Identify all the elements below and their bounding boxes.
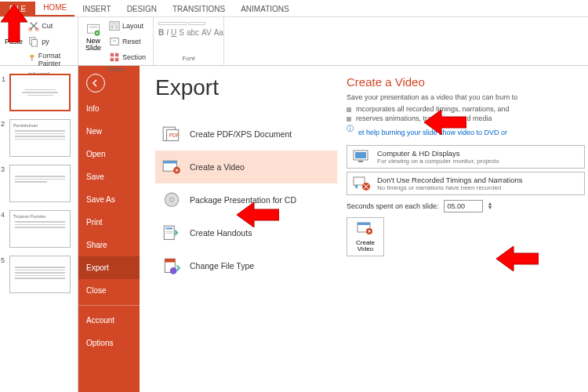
svg-rect-5 [32, 39, 38, 46]
video-icon [162, 158, 182, 176]
export-video[interactable]: Create a Video [155, 151, 337, 183]
bullet-icon [347, 117, 351, 122]
svg-rect-33 [165, 259, 175, 262]
svg-rect-38 [354, 177, 365, 185]
stepper-icon[interactable]: ▲▼ [488, 202, 493, 210]
svg-rect-12 [111, 24, 118, 25]
handouts-icon [162, 224, 182, 241]
file-print[interactable]: Print [78, 211, 140, 234]
slide-thumbnail-4[interactable]: 4Tinjauan Pustaka [9, 210, 71, 248]
file-account[interactable]: Account [78, 309, 140, 332]
ribbon: Paste Cut py Format Painter ipboard New … [0, 17, 588, 66]
help-icon: ⓘ [347, 124, 354, 134]
create-video-button[interactable]: Create Video [347, 217, 384, 256]
svg-rect-19 [115, 58, 118, 61]
case-button[interactable]: Aa [214, 28, 223, 37]
reset-icon [109, 36, 120, 47]
svg-rect-41 [358, 223, 370, 225]
svg-rect-18 [111, 58, 114, 61]
export-panel: Export PDFCreate PDF/XPS Document Create… [140, 66, 588, 392]
svg-rect-30 [165, 231, 172, 232]
file-save[interactable]: Save [78, 165, 140, 188]
svg-point-27 [170, 198, 173, 201]
new-slide-button[interactable]: New Slide [83, 19, 103, 52]
timings-option[interactable]: Don't Use Recorded Timings and Narration… [347, 172, 585, 195]
svg-rect-9 [89, 27, 97, 28]
export-title: Export [155, 75, 337, 100]
strike-button[interactable]: abc [187, 28, 199, 37]
file-close[interactable]: Close [78, 279, 140, 302]
section-icon [109, 52, 120, 63]
export-pdf[interactable]: PDFCreate PDF/XPS Document [155, 118, 337, 151]
cut-icon [28, 20, 39, 31]
copy-icon [28, 36, 39, 47]
layout-button[interactable]: Layout [107, 19, 148, 33]
font-family-select[interactable] [158, 22, 187, 25]
svg-rect-37 [358, 161, 363, 162]
seconds-label: Seconds spent on each slide: [347, 202, 439, 210]
italic-button[interactable]: I [166, 28, 169, 37]
slide-thumbnail-3[interactable]: 3 [9, 165, 71, 202]
svg-rect-17 [115, 53, 118, 56]
slide-thumbnail-1[interactable]: 1 [9, 74, 71, 111]
copy-button[interactable]: py [26, 34, 73, 49]
svg-rect-7 [31, 57, 32, 60]
file-open[interactable]: Open [78, 143, 140, 165]
file-options[interactable]: Options [78, 332, 140, 354]
cd-icon [162, 191, 182, 209]
cut-button[interactable]: Cut [26, 19, 73, 33]
bold-button[interactable]: B [158, 28, 164, 37]
tab-design[interactable]: DESIGN [119, 2, 165, 16]
file-info[interactable]: Info [78, 97, 140, 120]
back-button[interactable] [86, 74, 105, 93]
shadow-button[interactable]: S [179, 28, 184, 37]
file-export[interactable]: Export [78, 256, 140, 279]
create-video-icon [356, 221, 375, 238]
section-button[interactable]: Section [107, 50, 148, 64]
tab-home[interactable]: HOME [35, 0, 74, 16]
annotation-arrow [424, 110, 466, 135]
reset-button[interactable]: Reset [107, 34, 148, 49]
svg-text:PDF: PDF [169, 132, 180, 138]
ribbon-tabs: FILE HOME INSERT DESIGN TRANSITIONS ANIM… [0, 0, 588, 17]
annotation-arrow [496, 246, 539, 271]
svg-rect-16 [111, 53, 114, 56]
format-painter-button[interactable]: Format Painter [26, 50, 73, 69]
brush-icon [28, 54, 36, 65]
slide-thumbnail-2[interactable]: 2Pendahuluan [9, 119, 71, 157]
svg-rect-31 [165, 233, 172, 234]
font-size-select[interactable] [188, 22, 205, 25]
filetype-icon [162, 257, 182, 274]
slide-thumbnail-5[interactable]: 5 [9, 256, 71, 293]
slides-group-label: Slides [83, 64, 148, 74]
slide-thumbnail-panel[interactable]: 1 2Pendahuluan 3 4Tinjauan Pustaka 5 [0, 66, 78, 392]
spacing-button[interactable]: AV [201, 28, 212, 37]
create-video-title: Create a Video [347, 75, 585, 89]
seconds-input[interactable]: 05.00 [444, 200, 483, 212]
svg-rect-13 [111, 25, 114, 28]
file-share[interactable]: Share [78, 234, 140, 256]
create-video-desc: Save your presentation as a video that y… [347, 93, 585, 101]
file-new[interactable]: New [78, 120, 140, 143]
speaker-off-icon [352, 176, 371, 191]
tab-insert[interactable]: INSERT [74, 2, 119, 16]
annotation-arrow [1, 5, 27, 42]
bullet-icon [347, 107, 351, 112]
pdf-icon: PDF [162, 125, 182, 143]
new-slide-icon [85, 22, 101, 38]
export-filetype[interactable]: Change File Type [155, 249, 337, 282]
main-area: 1 2Pendahuluan 3 4Tinjauan Pustaka 5 Inf… [0, 66, 588, 392]
layout-icon [109, 20, 120, 31]
svg-rect-36 [355, 152, 366, 158]
underline-button[interactable]: U [171, 28, 176, 37]
svg-rect-14 [115, 25, 118, 28]
file-saveas[interactable]: Save As [78, 188, 140, 211]
tab-animations[interactable]: ANIMATIONS [233, 2, 296, 16]
tab-transitions[interactable]: TRANSITIONS [165, 2, 233, 16]
annotation-arrow [237, 202, 279, 227]
quality-option[interactable]: Computer & HD DisplaysFor viewing on a c… [347, 145, 585, 169]
svg-rect-24 [163, 161, 176, 163]
svg-rect-6 [31, 55, 34, 57]
svg-rect-15 [111, 38, 119, 45]
svg-rect-29 [165, 228, 172, 230]
